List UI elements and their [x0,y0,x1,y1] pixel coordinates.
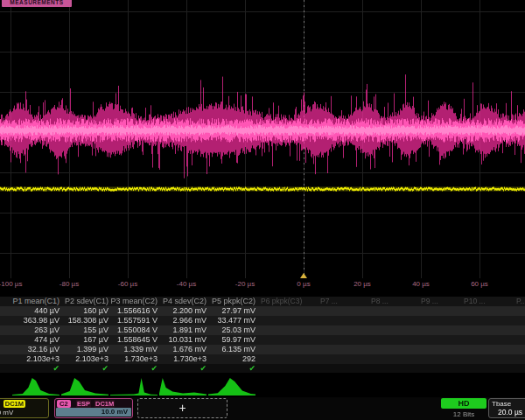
stat-cell: 1.730e+3 [159,354,206,364]
status-check-icon: ✔ [61,364,108,373]
oscilloscope-screen: MEASUREMENTS -100 µs -80 µs -60 µs -40 µ… [0,0,525,420]
stat-cell: 32.16 µV [12,345,60,354]
stat-cell: 2.103e+3 [61,354,108,364]
param-header-p1[interactable]: P1 mean(C1) [12,297,60,306]
channel-c2-descriptor[interactable]: C2 ESP DC1M 10.0 mV [54,398,133,418]
param-header-p2[interactable]: P2 sdev(C1) [61,297,108,306]
status-check-icon: ✔ [159,364,206,373]
time-axis-tick: 40 µs [402,280,440,288]
stat-cell: 1.557591 V [110,316,158,326]
time-axis-tick: -40 µs [167,280,206,288]
stat-cell: 25.03 mV [208,326,256,335]
stat-cell: 440 µV [12,306,60,316]
time-axis-tick: -20 µs [226,280,264,288]
trigger-position-icon[interactable] [300,273,307,278]
stat-row-sdev: 32.16 µV 1.399 µV 1.339 mV 1.676 mV 6.13… [0,345,525,354]
time-axis: -100 µs -80 µs -60 µs -40 µs -20 µs 0 µs… [0,278,525,290]
histicon-p4[interactable] [159,377,206,396]
histicon-p2[interactable] [61,377,108,396]
stat-cell: 6.135 mV [208,345,256,354]
hd-mode-badge[interactable]: HD [441,398,486,409]
stat-cell: 1.730e+3 [110,354,158,364]
histicon-row [0,377,525,396]
timebase-descriptor[interactable]: Tbase 20.0 µs [488,398,525,418]
param-header-p3[interactable]: P3 mean(C2) [110,297,158,306]
stat-cell: 1.339 mV [110,345,158,354]
descriptor-bar: DC1M 0 mV C2 ESP DC1M 10.0 mV + HD 12 Bi… [0,397,525,420]
stat-cell: 474 µV [12,335,60,345]
measurement-header-row: P1 mean(C1) P2 sdev(C1) P3 mean(C2) P4 s… [0,297,525,306]
waveform-display[interactable] [0,0,525,278]
param-header-p6[interactable]: P6 pkpk(C3) [261,297,302,306]
status-check-icon: ✔ [12,364,60,373]
stat-cell: 1.399 µV [61,345,108,354]
param-header-p8[interactable]: P8 ... [371,297,388,306]
stat-cell: 10.031 mV [159,335,206,345]
stat-cell: 155 µV [61,326,108,335]
stat-row-status: ✔ ✔ ✔ ✔ ✔ [0,364,525,373]
param-header-p11[interactable]: P.. [516,297,524,306]
status-check-icon: ✔ [208,364,256,373]
stat-cell: 263 µV [12,326,60,335]
measurements-label[interactable]: MEASUREMENTS [2,0,72,7]
param-header-p5[interactable]: P5 pkpk(C2) [208,297,256,306]
channel-c1-descriptor[interactable]: DC1M 0 mV [0,398,49,418]
time-axis-tick: -100 µs [0,280,30,288]
timebase-value: 20.0 µs [498,408,522,416]
histicon-p5[interactable] [208,377,256,396]
param-header-p9[interactable]: P9 ... [421,297,438,306]
c2-title-badge: C2 [57,400,71,408]
stat-row-num: 2.103e+3 2.103e+3 1.730e+3 1.730e+3 292 [0,354,525,364]
c2-coupling-badge: DC1M [94,400,115,408]
param-header-p7[interactable]: P7 ... [320,297,338,306]
time-axis-tick: 20 µs [343,280,382,288]
stat-cell: 2.966 mV [159,316,206,326]
stat-cell: 33.477 mV [208,316,256,326]
stat-cell: 59.97 mV [208,335,256,345]
measurement-table: P1 mean(C1) P2 sdev(C1) P3 mean(C2) P4 s… [0,297,525,373]
time-axis-tick: 60 µs [460,280,499,288]
stat-cell: 167 µV [61,335,108,345]
param-header-p10[interactable]: P10 ... [464,297,486,306]
stat-cell: 1.558645 V [110,335,158,345]
stat-cell: 292 [208,354,256,364]
stat-cell: 1.676 mV [159,345,206,354]
stat-cell: 2.200 mV [159,306,206,316]
stat-cell: 363.98 µV [12,316,60,326]
stat-cell: 1.550084 V [110,326,158,335]
stat-cell: 2.103e+3 [12,354,60,364]
param-header-p4[interactable]: P4 sdev(C2) [159,297,206,306]
stat-cell: 1.556616 V [110,306,158,316]
stat-cell: 158.308 µV [61,316,108,326]
stat-row-value: 440 µV 160 µV 1.556616 V 2.200 mV 27.97 … [0,306,525,316]
histicon-p3[interactable] [110,377,158,396]
add-trace-button[interactable]: + [137,398,228,418]
time-axis-tick: 0 µs [284,280,323,288]
stat-row-mean: 363.98 µV 158.308 µV 1.557591 V 2.966 mV… [0,316,525,326]
stat-row-min: 263 µV 155 µV 1.550084 V 1.891 mV 25.03 … [0,326,525,335]
stat-cell: 1.891 mV [159,326,206,335]
time-axis-tick: -60 µs [108,280,147,288]
time-axis-tick: -80 µs [50,280,88,288]
hd-bits-label: 12 Bits [441,410,486,418]
c1-offset-value: 0 mV [0,409,48,416]
stat-row-max: 474 µV 167 µV 1.558645 V 10.031 mV 59.97… [0,335,525,345]
status-check-icon: ✔ [110,364,158,373]
histicon-p1[interactable] [12,377,60,396]
stat-cell: 160 µV [61,306,108,316]
timebase-title: Tbase [492,400,511,408]
c2-esp-badge: ESP [76,400,91,408]
stat-cell: 27.97 mV [208,306,256,316]
c1-coupling-badge: DC1M [4,400,25,408]
c2-scale-value: 10.0 mV [56,408,131,416]
